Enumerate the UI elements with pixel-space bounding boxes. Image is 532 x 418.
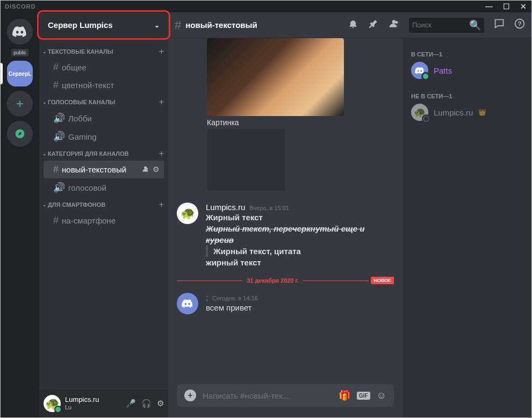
emoji-icon[interactable]: ☺ (377, 390, 386, 401)
speaker-icon: 🔊 (53, 112, 65, 124)
app-window: DISCORD — ☐ ✕ public СерверL + Сервер Lu… (0, 0, 532, 418)
self-avatar[interactable]: 🐢 (44, 395, 61, 412)
message-time: Вчера, в 15:01 (249, 205, 289, 211)
member-patts[interactable]: Patts (407, 60, 527, 81)
pin-icon[interactable] (368, 18, 379, 32)
message-input[interactable] (203, 391, 332, 400)
deafen-icon[interactable]: 🎧 (141, 399, 152, 408)
server-header[interactable]: Сервер Lumpics ⌄ (39, 12, 168, 38)
chevron-down-icon: ⌄ (42, 99, 47, 105)
speaker-icon: 🔊 (53, 182, 65, 193)
notifications-icon[interactable] (348, 18, 358, 32)
members-offline-header: НЕ В СЕТИ—1 (407, 89, 527, 102)
inbox-icon[interactable] (494, 18, 505, 32)
message-author[interactable]: Lumpics.ru (206, 203, 245, 212)
add-channel-button[interactable]: + (159, 47, 164, 56)
hash-icon: # (53, 80, 59, 91)
message-author[interactable]: ; (206, 293, 208, 302)
channel-gaming[interactable]: 🔊Gaming (44, 127, 164, 146)
message-time: Сегодня, в 14:16 (212, 295, 258, 301)
category-text[interactable]: ⌄ ТЕКСТОВЫЕ КАНАЛЫ + (39, 44, 168, 59)
channel-lobby[interactable]: 🔊Лобби (44, 109, 164, 127)
add-channel-button[interactable]: + (159, 149, 164, 158)
image-attachment-dark[interactable] (207, 129, 285, 191)
chevron-down-icon: ⌄ (42, 49, 47, 54)
new-badge: НОВОЕ (371, 277, 394, 284)
channel-title: новый-текстовый (185, 20, 257, 30)
category-voice[interactable]: ⌄ ГОЛОСОВЫЕ КАНАЛЫ + (39, 94, 168, 109)
message-greeting: ; Сегодня, в 14:16 всем привет (177, 290, 394, 318)
crown-icon: 👑 (478, 109, 486, 116)
members-icon[interactable] (389, 18, 399, 32)
channel-voice-custom[interactable]: 🔊голосовой (44, 178, 164, 197)
message-lumpics: 🐢 Lumpics.ru Вчера, в 15:01 Жирный текст… (177, 199, 394, 271)
channels-column: Сервер Lumpics ⌄ ⌄ ТЕКСТОВЫЕ КАНАЛЫ + #о… (39, 12, 168, 417)
chat-header: # новый-текстовый 🔍 ? (168, 12, 531, 38)
mute-icon[interactable]: 🎤 (126, 399, 136, 408)
avatar: 🐢 (411, 104, 428, 121)
attachment-label: Картинка (207, 118, 394, 127)
search-icon: 🔍 (469, 19, 481, 31)
image-attachment[interactable] (207, 38, 344, 116)
message-text: Жирный текст Жирный текст, перечеркнутый… (206, 212, 394, 268)
channel-general[interactable]: #общее (44, 59, 164, 76)
channel-new-text[interactable]: #новый-текстовый ⚙ (44, 161, 164, 178)
close-button[interactable]: ✕ (520, 2, 527, 11)
help-icon[interactable]: ? (514, 18, 525, 32)
messages-area: Картинка 🐢 Lumpics.ru Вчера, в 15:01 Ж (168, 38, 402, 417)
hash-icon: # (53, 215, 59, 226)
chat-body: Картинка 🐢 Lumpics.ru Вчера, в 15:01 Ж (168, 38, 531, 417)
server-lumpics[interactable]: СерверL (7, 61, 33, 87)
avatar[interactable] (177, 293, 198, 314)
channels-list: ⌄ ТЕКСТОВЫЕ КАНАЛЫ + #общее #цветной-тек… (39, 38, 168, 390)
gif-button[interactable]: GIF (357, 392, 370, 400)
chevron-down-icon: ⌄ (154, 21, 160, 29)
chevron-down-icon: ⌄ (42, 202, 47, 207)
messages-scroll[interactable]: Картинка 🐢 Lumpics.ru Вчера, в 15:01 Ж (168, 38, 402, 384)
message-text: всем привет (206, 302, 394, 313)
attach-button[interactable]: + (184, 390, 196, 401)
minimize-button[interactable]: — (485, 2, 493, 11)
explore-button[interactable] (7, 121, 33, 147)
app-brand: DISCORD (5, 3, 36, 10)
content-column: # новый-текстовый 🔍 ? (168, 12, 531, 417)
search-input[interactable] (412, 21, 466, 29)
add-channel-button[interactable]: + (159, 97, 164, 107)
category-mobile[interactable]: ⌄ ДЛЯ СМАРТФОНОВ + (39, 197, 168, 212)
members-column: В СЕТИ—1 Patts НЕ В СЕТИ—1 🐢 Lumpics.ru … (402, 38, 531, 417)
home-button[interactable] (7, 19, 33, 45)
gift-icon[interactable]: 🎁 (339, 390, 350, 401)
settings-icon[interactable]: ⚙ (157, 399, 164, 408)
category-custom[interactable]: ⌄ КАТЕГОРИЯ ДЛЯ КАНАЛОВ + (39, 146, 168, 161)
titlebar: DISCORD — ☐ ✕ (1, 1, 531, 12)
gear-icon[interactable]: ⚙ (153, 165, 160, 175)
hash-icon: # (53, 164, 59, 175)
avatar (411, 62, 428, 79)
channel-on-mobile[interactable]: #на-смартфоне (44, 212, 164, 229)
add-channel-button[interactable]: + (159, 200, 164, 210)
maximize-button[interactable]: ☐ (503, 2, 511, 11)
user-panel: 🐢 Lumpics.ru Lu 🎤 🎧 ⚙ (39, 390, 168, 417)
avatar[interactable]: 🐢 (177, 203, 198, 224)
public-badge: public (11, 49, 28, 56)
speaker-icon: 🔊 (53, 131, 65, 142)
hash-icon: # (53, 62, 59, 73)
invite-icon[interactable] (141, 165, 149, 175)
members-online-header: В СЕТИ—1 (407, 47, 527, 60)
server-name: Сервер Lumpics (48, 20, 113, 30)
chevron-down-icon: ⌄ (42, 151, 47, 156)
add-server-button[interactable]: + (7, 91, 33, 117)
window-controls: — ☐ ✕ (485, 2, 527, 11)
member-lumpics[interactable]: 🐢 Lumpics.ru 👑 (407, 102, 527, 123)
main-area: public СерверL + Сервер Lumpics ⌄ ⌄ ТЕКС… (1, 12, 531, 417)
channel-color-text[interactable]: #цветной-текст (44, 76, 164, 94)
svg-text:?: ? (517, 20, 521, 27)
date-divider: 31 декабря 2020 г. НОВОЕ (177, 277, 394, 284)
self-info[interactable]: Lumpics.ru Lu (65, 396, 121, 411)
search-box[interactable]: 🔍 (409, 18, 484, 33)
compose-box: + 🎁 GIF ☺ (177, 384, 394, 407)
hash-icon: # (175, 18, 181, 32)
servers-column: public СерверL + (1, 12, 39, 417)
